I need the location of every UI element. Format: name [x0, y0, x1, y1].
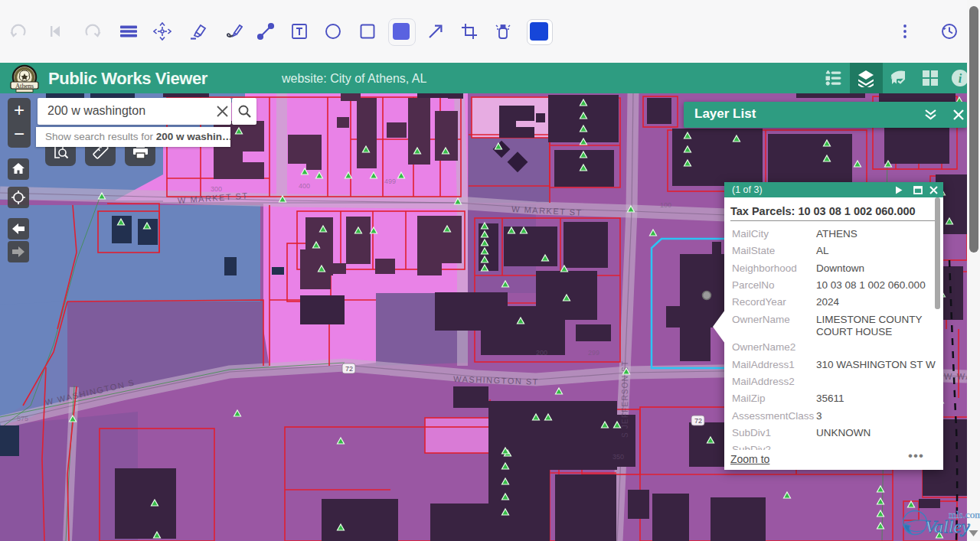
- svg-text:350: 350: [612, 453, 624, 461]
- svg-text:72: 72: [345, 365, 353, 373]
- svg-text:mls.com: mls.com: [949, 509, 980, 520]
- svg-text:400: 400: [299, 182, 310, 190]
- svg-text:W-WA: W-WA: [944, 372, 967, 381]
- svg-text:299: 299: [588, 349, 599, 357]
- svg-text:499: 499: [384, 178, 396, 185]
- svg-text:200: 200: [536, 349, 547, 357]
- svg-text:100: 100: [660, 201, 671, 209]
- svg-text:300: 300: [211, 185, 222, 193]
- svg-text:Athens: Athens: [15, 82, 34, 90]
- svg-text:i: i: [959, 72, 962, 85]
- svg-text:72: 72: [694, 417, 702, 425]
- svg-text:575: 575: [17, 415, 28, 422]
